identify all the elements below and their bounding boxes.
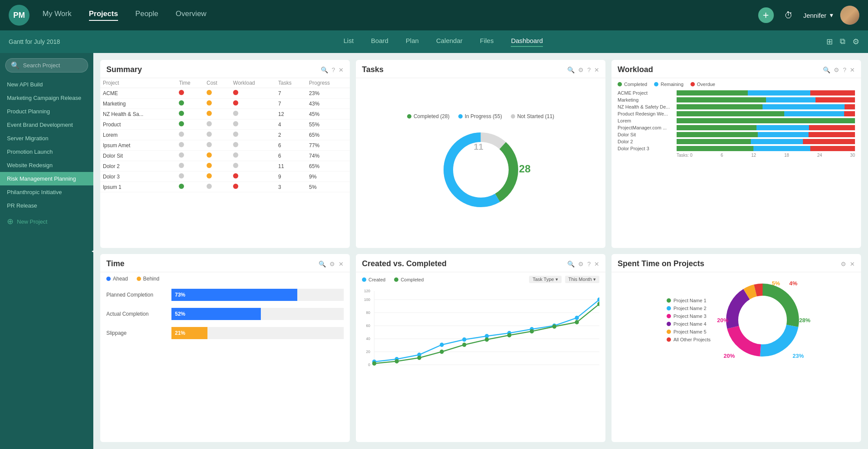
tasks-search-icon[interactable]: 🔍 [567,66,575,73]
avatar[interactable] [840,6,859,25]
wl-bar [677,146,855,151]
svg-point-20 [440,343,444,347]
search-box[interactable]: 🔍 [5,58,88,73]
wl-completed-dot [618,82,622,86]
notstarted-label: Not Started (11) [517,113,554,119]
clock-icon[interactable]: ⏱ [781,7,796,23]
time-search-icon[interactable]: 🔍 [319,261,326,267]
col-workload: Workload [230,78,276,88]
wl-row-label: NZ Health & Safety De... [618,104,674,109]
user-info[interactable]: Jennifer ▾ [803,11,833,19]
sidebar-item-marketing[interactable]: Marketing Campaign Release [0,91,93,105]
time-row: Slippage 21% [106,327,344,339]
sidebar-item-pr[interactable]: PR Release [0,199,93,212]
workload-search-icon[interactable]: 🔍 [823,66,830,73]
add-button[interactable]: + [758,7,774,23]
table-row[interactable]: ACME 7 23% [100,88,350,99]
svg-point-35 [530,329,534,333]
tasks-legend: Completed (28) In Progress (55) Not Star… [407,113,554,119]
search-input[interactable] [23,62,82,69]
time-close-icon[interactable]: ✕ [339,261,344,267]
table-row[interactable]: Ipsum 1 3 5% [100,182,350,192]
wl-bar [677,97,855,102]
tab-files[interactable]: Files [480,37,494,47]
sidebar-item-server[interactable]: Server Migration [0,132,93,145]
tasks-settings-icon[interactable]: ⚙ [578,66,584,73]
tab-plan[interactable]: Plan [406,37,419,47]
filter-icon[interactable]: ⧉ [840,37,845,46]
user-name: Jennifer [803,12,826,19]
sidebar-item-event[interactable]: Event Brand Development [0,118,93,132]
avatar-image [840,6,859,25]
created-label: Created [368,277,385,282]
tab-list[interactable]: List [343,37,353,47]
workload-close-icon[interactable]: ✕ [850,66,855,73]
col-project: Project [100,78,176,88]
workload-body: Completed Remaining Overdue ACME Project [612,78,861,161]
workload-card: Workload 🔍 ⚙ ? ✕ Completed Remainin [612,60,861,248]
spent-title: Spent Time on Projects [618,259,704,268]
cvc-close-icon[interactable]: ✕ [594,261,599,267]
tab-board[interactable]: Board [371,37,388,47]
notstarted-count: 11 [474,142,483,152]
nav-overview[interactable]: Overview [176,10,207,21]
new-project-button[interactable]: ⊕ New Project [0,212,93,231]
sidebar-collapse-button[interactable]: ◀ [88,242,93,260]
sidebar-item-risk[interactable]: Risk Management Planning [0,172,93,185]
workload-help-icon[interactable]: ? [843,66,846,73]
wl-bar [677,139,855,144]
time-card: Time 🔍 ⚙ ✕ Ahead Behind [100,254,350,442]
cvc-settings-icon[interactable]: ⚙ [578,261,584,267]
spent-donut-svg [719,277,806,363]
workload-title: Workload [618,65,653,74]
nav-projects[interactable]: Projects [89,10,118,21]
tab-dashboard[interactable]: Dashboard [511,37,542,47]
settings-icon[interactable]: ⚙ [852,37,859,46]
tasks-icons: 🔍 ⚙ ? ✕ [567,66,599,73]
tasks-close-icon[interactable]: ✕ [594,66,599,73]
table-row[interactable]: Dolor 2 11 65% [100,161,350,172]
tasks-help-icon[interactable]: ? [587,66,591,73]
table-row[interactable]: Marketing 7 43% [100,99,350,109]
table-row[interactable]: Ipsum Amet 6 77% [100,140,350,151]
tab-calendar[interactable]: Calendar [436,37,463,47]
table-row[interactable]: Dolor 3 9 9% [100,172,350,182]
summary-help-icon[interactable]: ? [332,66,335,73]
workload-row: Dolor Project 3 [618,146,855,151]
summary-search-icon[interactable]: 🔍 [321,66,328,73]
wl-remaining-label: Remaining [661,82,684,87]
month-filter[interactable]: This Month ▾ [565,276,599,283]
sidebar-item-philanthropic[interactable]: Philanthropic Initiative [0,185,93,199]
nav-links: My Work Projects People Overview [43,10,745,21]
table-row[interactable]: Dolor Sit 6 74% [100,151,350,161]
sidebar-item-new-api[interactable]: New API Build [0,78,93,91]
table-row[interactable]: Lorem 2 65% [100,130,350,140]
pm-logo[interactable]: PM [9,5,30,26]
summary-header: Summary 🔍 ? ✕ [100,60,350,78]
table-row[interactable]: Product 4 55% [100,119,350,130]
sidebar-item-product[interactable]: Product Planning [0,105,93,118]
workload-row: Product Redesign We... [618,111,855,116]
wl-overdue-dot [690,82,695,86]
wl-row-label: Marketing [618,97,674,102]
spent-close-icon[interactable]: ✕ [850,261,855,267]
spent-settings-icon[interactable]: ⚙ [841,261,846,267]
cvc-help-icon[interactable]: ? [587,261,591,267]
task-type-filter[interactable]: Task Type ▾ [529,276,561,283]
wl-completed-label: Completed [624,82,647,87]
summary-close-icon[interactable]: ✕ [339,66,344,73]
table-row[interactable]: NZ Health & Sa... 12 45% [100,109,350,119]
wl-bar [677,104,855,109]
workload-icons: 🔍 ⚙ ? ✕ [823,66,855,73]
cvc-search-icon[interactable]: 🔍 [567,261,575,267]
wl-row-label: ProjectManager.com ... [618,125,674,130]
svg-point-29 [395,359,398,363]
nav-people[interactable]: People [135,10,158,21]
time-settings-icon[interactable]: ⚙ [329,261,335,267]
sidebar-item-website[interactable]: Website Redesign [0,158,93,172]
nav-my-work[interactable]: My Work [43,10,72,21]
workload-settings-icon[interactable]: ⚙ [834,66,839,73]
sidebar-item-promotion[interactable]: Promotion Launch [0,145,93,158]
svg-text:20: 20 [366,350,370,354]
grid-icon[interactable]: ⊞ [826,37,833,46]
